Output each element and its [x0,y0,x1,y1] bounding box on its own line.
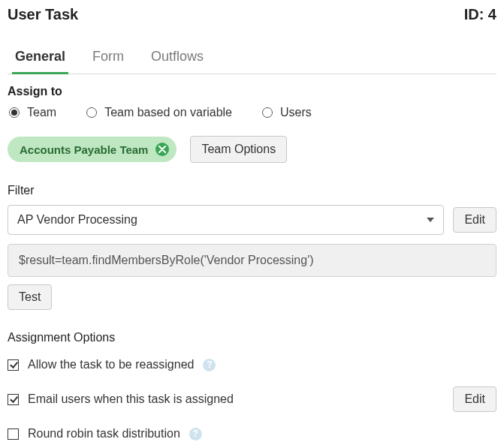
radio-users[interactable]: Users [262,106,312,119]
radio-team-variable-label: Team based on variable [104,106,232,119]
radio-team-label: Team [27,106,56,119]
filter-select[interactable]: AP Vendor Processing [8,205,444,235]
close-icon [158,146,166,153]
help-icon[interactable]: ? [189,428,202,440]
task-id-label: ID: 4 [464,6,496,23]
round-robin-checkbox[interactable] [8,428,19,440]
tab-outflows[interactable]: Outflows [148,43,207,74]
filter-label: Filter [8,184,496,197]
reassign-label: Allow the task to be reassigned [28,358,194,371]
remove-team-button[interactable] [155,143,169,156]
filter-select-value: AP Vendor Processing [17,213,137,227]
tab-general[interactable]: General [12,43,68,74]
radio-icon [9,107,20,118]
chevron-down-icon [427,218,434,222]
filter-expression: $result=team.findMembersByRole('Vendor P… [8,244,496,277]
assignment-options-label: Assignment Options [8,331,496,344]
assign-to-label: Assign to [8,85,496,98]
radio-users-label: Users [280,106,312,119]
help-icon[interactable]: ? [203,359,216,371]
email-checkbox[interactable] [8,394,19,405]
team-chip-label: Accounts Payable Team [20,143,148,156]
radio-team[interactable]: Team [9,106,56,119]
tab-form[interactable]: Form [89,43,127,74]
round-robin-label: Round robin task distribution [28,427,180,440]
radio-icon [262,107,273,118]
email-edit-button[interactable]: Edit [453,386,496,412]
reassign-checkbox[interactable] [8,359,19,371]
radio-team-variable[interactable]: Team based on variable [86,106,232,119]
filter-edit-button[interactable]: Edit [453,207,496,233]
team-chip: Accounts Payable Team [8,137,177,162]
tabs: General Form Outflows [8,43,496,74]
radio-icon [86,107,97,118]
email-label: Email users when this task is assigned [28,392,234,406]
page-title: User Task [8,6,78,23]
test-button[interactable]: Test [8,284,52,310]
team-options-button[interactable]: Team Options [190,136,287,163]
assign-to-radio-group: Team Team based on variable Users [8,104,496,127]
